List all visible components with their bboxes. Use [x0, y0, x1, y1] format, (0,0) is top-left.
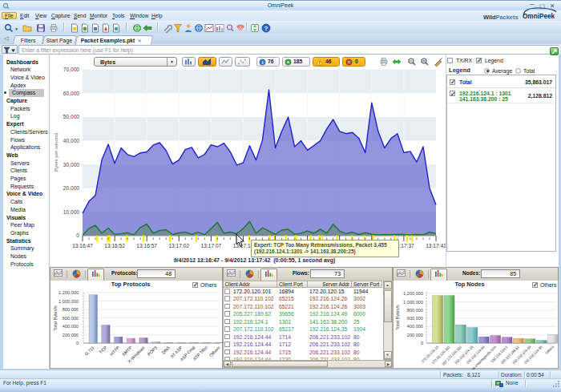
svg-text:?: ?	[264, 25, 268, 32]
svg-text:!: !	[319, 60, 321, 65]
